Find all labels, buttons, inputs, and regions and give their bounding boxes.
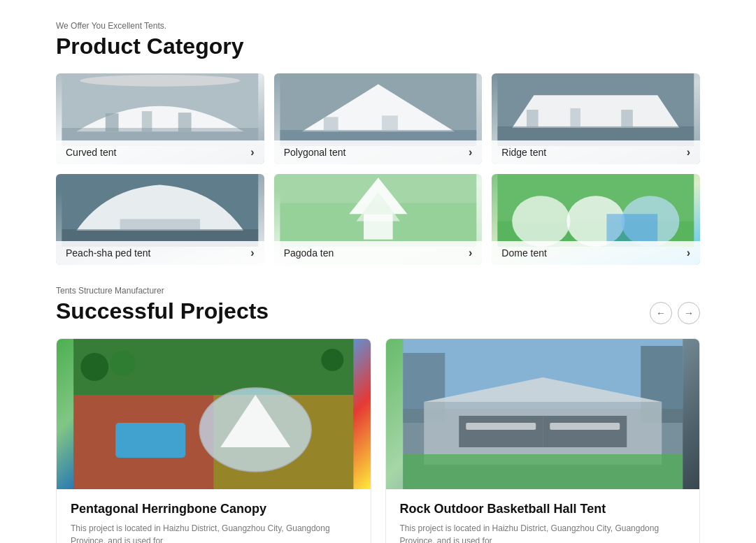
svg-rect-17 — [120, 219, 200, 231]
projects-header: Tents Structure Manufacturer Successful … — [56, 286, 700, 324]
peach-tent-label: Peach-sha ped tent › — [56, 241, 264, 265]
svg-rect-14 — [622, 110, 634, 127]
project-card-1: Pentagonal Herringbone Canopy This proje… — [56, 338, 371, 543]
svg-rect-48 — [550, 423, 620, 430]
project-image-1 — [57, 339, 371, 489]
svg-rect-22 — [364, 214, 393, 239]
svg-point-1 — [80, 75, 240, 87]
svg-rect-9 — [382, 115, 398, 131]
category-card-ridge[interactable]: Ridge tent › — [492, 73, 700, 164]
projects-section: Tents Structure Manufacturer Successful … — [56, 286, 700, 543]
polygonal-tent-arrow: › — [469, 146, 472, 159]
category-card-peach[interactable]: Peach-sha ped tent › — [56, 174, 264, 265]
projects-section-label: Tents Structure Manufacturer — [56, 286, 269, 296]
svg-point-36 — [80, 353, 108, 381]
product-section-title: Product Category — [56, 34, 700, 59]
svg-rect-12 — [527, 110, 539, 127]
category-card-curved[interactable]: Curved tent › — [56, 73, 264, 164]
project-2-visual — [386, 339, 700, 489]
project-1-title: Pentagonal Herringbone Canopy — [71, 502, 357, 516]
pagoda-tent-label: Pagoda ten › — [274, 241, 483, 265]
projects-grid: Pentagonal Herringbone Canopy This proje… — [56, 338, 700, 543]
polygonal-tent-label: Polygonal tent › — [274, 140, 483, 164]
curved-tent-arrow: › — [250, 146, 254, 159]
tent-polygonal-svg — [274, 73, 483, 146]
peach-tent-arrow: › — [250, 247, 254, 259]
tent-peach-svg — [56, 174, 264, 247]
svg-rect-13 — [571, 108, 581, 126]
category-grid: Curved tent › Polygonal tent › — [56, 73, 700, 265]
svg-rect-35 — [115, 423, 185, 458]
svg-rect-46 — [543, 416, 627, 447]
project-image-2 — [386, 339, 700, 489]
svg-rect-44 — [403, 454, 683, 489]
projects-nav: ← → — [650, 302, 700, 324]
tent-ridge-svg — [492, 73, 700, 146]
project-1-visual — [57, 339, 371, 489]
ridge-tent-arrow: › — [687, 146, 690, 159]
projects-title-group: Tents Structure Manufacturer Successful … — [56, 286, 269, 324]
curved-tent-label: Curved tent › — [56, 140, 264, 164]
page-wrapper: We Offer You Excellent Tents. Product Ca… — [0, 0, 756, 543]
product-section-label: We Offer You Excellent Tents. — [56, 21, 700, 31]
svg-rect-45 — [459, 416, 543, 447]
tent-curved-svg — [56, 73, 264, 146]
category-card-polygonal[interactable]: Polygonal tent › — [274, 73, 483, 164]
next-arrow-button[interactable]: → — [678, 302, 700, 324]
project-2-content: Rock Outdoor Basketball Hall Tent This p… — [386, 489, 700, 543]
tent-pagoda-svg — [274, 174, 483, 247]
pagoda-tent-arrow: › — [469, 247, 472, 259]
svg-point-25 — [513, 196, 571, 247]
svg-point-37 — [110, 351, 135, 376]
svg-rect-8 — [323, 117, 338, 131]
dome-tent-arrow: › — [687, 247, 690, 259]
projects-section-title: Successful Projects — [56, 298, 269, 324]
svg-point-38 — [321, 349, 343, 371]
tent-dome-svg — [492, 174, 700, 247]
project-2-title: Rock Outdoor Basketball Hall Tent — [400, 502, 686, 516]
category-card-pagoda[interactable]: Pagoda ten › — [274, 174, 483, 265]
svg-rect-47 — [466, 423, 536, 430]
category-card-dome[interactable]: Dome tent › — [492, 174, 700, 265]
project-1-desc: This project is located in Haizhu Distri… — [71, 522, 357, 543]
prev-arrow-button[interactable]: ← — [650, 302, 672, 324]
ridge-tent-label: Ridge tent › — [492, 140, 700, 164]
dome-tent-label: Dome tent › — [492, 241, 700, 265]
project-card-2: Rock Outdoor Basketball Hall Tent This p… — [385, 338, 701, 543]
product-category-section: We Offer You Excellent Tents. Product Ca… — [56, 21, 700, 265]
project-1-content: Pentagonal Herringbone Canopy This proje… — [57, 489, 371, 543]
project-2-desc: This project is located in Haizhu Distri… — [400, 522, 686, 543]
